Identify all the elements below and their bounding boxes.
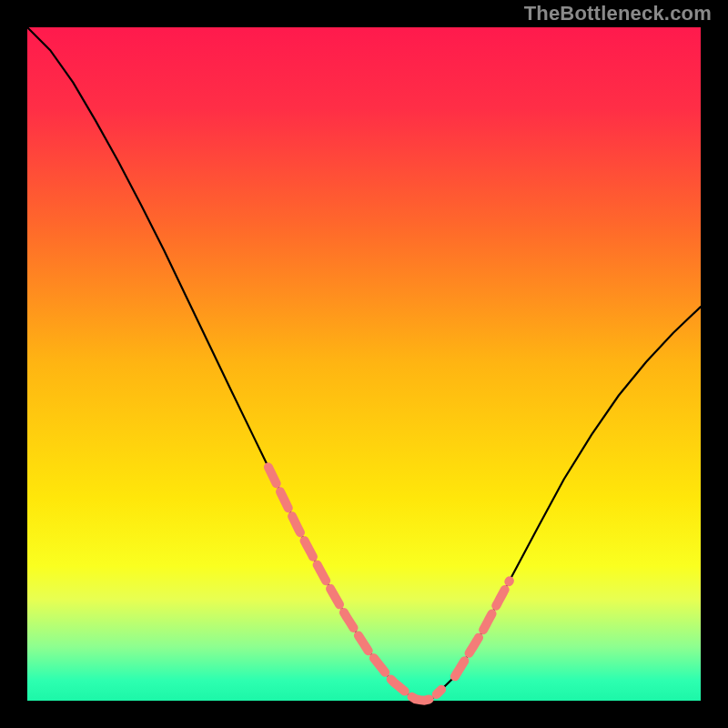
chart-frame: TheBottleneck.com [0,0,728,728]
bottleneck-chart [0,0,728,728]
plot-background [27,27,701,701]
